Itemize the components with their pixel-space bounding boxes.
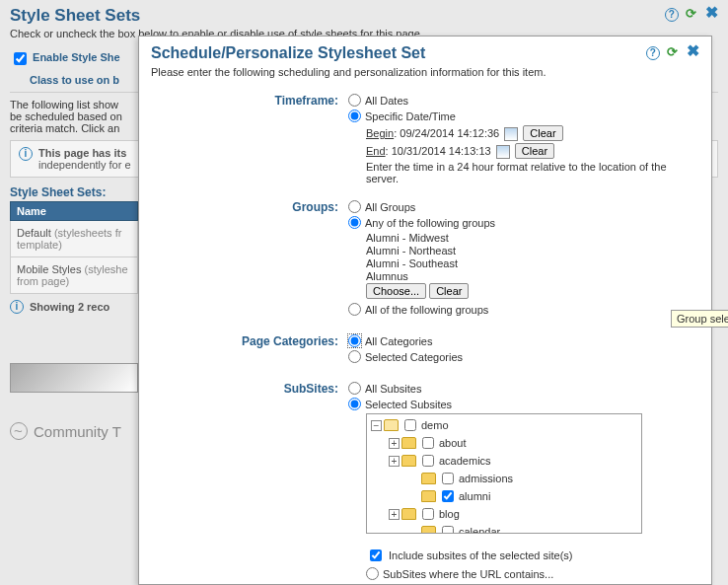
table-row[interactable]: Mobile Styles (styleshe from page) (11, 257, 138, 294)
subsites-all-label: All Subsites (365, 383, 421, 395)
groups-any-radio[interactable] (348, 216, 361, 229)
group-item: Alumnus (366, 270, 699, 282)
tree-node[interactable]: +blog (371, 505, 637, 523)
info-line2: independently for e (38, 159, 131, 171)
subsites-selected-radio[interactable] (348, 398, 361, 410)
clear-groups-button[interactable]: Clear (429, 283, 469, 299)
subsites-url-label: SubSites where the URL contains... (383, 568, 553, 580)
group-item: Alumni - Northeast (366, 245, 699, 256)
choose-groups-button[interactable]: Choose... (366, 283, 426, 299)
timeframe-hint: Enter the time in a 24 hour format relat… (366, 161, 699, 184)
folder-icon (421, 526, 436, 534)
schedule-personalize-modal: ? ⟳ ✖ Schedule/Personalize Stylesheet Se… (138, 36, 712, 585)
expand-icon[interactable]: + (389, 509, 400, 520)
tree-node[interactable]: −demo (371, 416, 637, 434)
tree-label: blog (439, 508, 460, 520)
tree-label: demo (421, 419, 449, 431)
stylesheet-sets-table: Name Default (stylesheets fr template) M… (10, 201, 138, 294)
tree-label: admissions (459, 473, 513, 484)
tree-node[interactable]: +academics (371, 452, 637, 470)
community-label: Community T (34, 423, 121, 440)
groups-any-label: Any of the following groups (365, 217, 495, 229)
info-icon: i (10, 300, 24, 314)
include-subsites-checkbox[interactable] (370, 549, 382, 561)
timeframe-all-label: All Dates (365, 95, 408, 107)
table-row[interactable]: Default (stylesheets fr template) (11, 221, 138, 257)
subsites-selected-label: Selected Subsites (365, 399, 452, 410)
groups-list: Alumni - Midwest Alumni - Northeast Alum… (366, 232, 699, 299)
tree-label: calendar (459, 526, 500, 534)
tree-node[interactable]: admissions (371, 470, 637, 487)
folder-icon (384, 419, 399, 431)
showing-text: Showing 2 reco (30, 301, 109, 313)
timeframe-specific-label: Specific Date/Time (365, 110, 456, 122)
page-header-icons: ? ⟳ ✖ (662, 6, 718, 22)
modal-header-icons: ? ⟳ ✖ (643, 44, 699, 60)
modal-title: Schedule/Personalize Stylesheet Set (151, 44, 699, 62)
close-icon[interactable]: ✖ (686, 44, 699, 58)
row-name: Mobile Styles (17, 263, 81, 275)
timeframe-all-radio[interactable] (348, 94, 361, 107)
help-icon[interactable]: ? (665, 8, 679, 22)
tree-node[interactable]: calendar (371, 523, 637, 534)
end-label: End (366, 145, 386, 157)
timeframe-label: Timeframe: (151, 94, 348, 184)
begin-clear-button[interactable]: Clear (523, 125, 562, 141)
expand-icon[interactable]: + (389, 438, 400, 449)
calendar-icon[interactable] (504, 127, 518, 141)
groups-all-radio[interactable] (348, 200, 361, 213)
tree-checkbox[interactable] (442, 473, 454, 484)
groups-label: Groups: (151, 200, 348, 319)
tree-checkbox[interactable] (442, 490, 454, 502)
folder-icon (401, 508, 416, 520)
tree-label: academics (439, 455, 491, 467)
include-subsites-label: Include subsites of the selected site(s) (389, 549, 572, 561)
categories-label: Page Categories: (151, 334, 348, 366)
speech-bubble-icon (10, 422, 28, 440)
info-icon: i (19, 147, 33, 161)
tree-checkbox[interactable] (422, 508, 434, 520)
enable-stylesheets-checkbox[interactable] (14, 52, 27, 65)
info-line1: This page has its (38, 147, 126, 159)
categories-all-radio[interactable] (348, 334, 361, 347)
tree-checkbox[interactable] (442, 526, 454, 534)
begin-label: Begin (366, 127, 394, 139)
tree-checkbox[interactable] (404, 419, 416, 431)
subsites-all-radio[interactable] (348, 382, 361, 395)
tree-checkbox[interactable] (422, 437, 434, 449)
tree-node[interactable]: +about (371, 434, 637, 452)
folder-icon (401, 455, 416, 467)
calendar-icon[interactable] (496, 145, 510, 159)
categories-selected-label: Selected Categories (365, 351, 463, 363)
group-item: Alumni - Midwest (366, 232, 699, 244)
folder-icon (401, 437, 416, 449)
refresh-icon[interactable]: ⟳ (666, 45, 680, 59)
categories-selected-radio[interactable] (348, 350, 361, 363)
modal-description: Please enter the following scheduling an… (151, 66, 699, 78)
tree-label: alumni (459, 490, 490, 502)
help-icon[interactable]: ? (646, 46, 660, 60)
categories-all-label: All Categories (365, 335, 432, 347)
begin-value: 09/24/2014 14:12:36 (400, 127, 499, 139)
folder-icon (421, 473, 436, 484)
expand-icon[interactable]: − (371, 420, 382, 431)
end-clear-button[interactable]: Clear (515, 143, 554, 159)
thumbnail-image (10, 363, 138, 393)
tree-checkbox[interactable] (422, 455, 434, 467)
subsites-url-radio[interactable] (366, 567, 379, 580)
tree-label: about (439, 437, 467, 449)
subsites-label: SubSites: (151, 382, 348, 583)
folder-icon (421, 490, 436, 502)
group-select-tooltip: Group select (671, 310, 728, 328)
tree-node[interactable]: alumni (371, 487, 637, 505)
groups-allof-label: All of the following groups (365, 304, 488, 316)
refresh-icon[interactable]: ⟳ (685, 7, 698, 21)
enable-stylesheets-label: Enable Style She (33, 51, 120, 63)
timeframe-specific-radio[interactable] (348, 110, 361, 122)
column-name: Name (11, 202, 138, 221)
groups-allof-radio[interactable] (348, 303, 361, 316)
close-icon[interactable]: ✖ (704, 6, 718, 20)
expand-icon[interactable]: + (389, 456, 400, 467)
subsites-tree[interactable]: −demo+about+academicsadmissionsalumni+bl… (366, 413, 642, 534)
group-item: Alumni - Southeast (366, 257, 699, 269)
